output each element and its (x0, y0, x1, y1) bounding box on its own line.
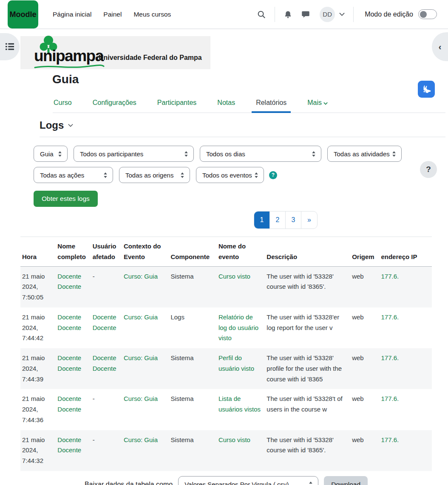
page-1[interactable]: 1 (254, 211, 270, 228)
event-link[interactable]: Curso visto (218, 273, 250, 280)
nav-item-mycourses[interactable]: Meus cursos (133, 11, 171, 18)
fullname-link[interactable]: Docente Docente (57, 436, 81, 454)
university-logo: unipampa Universidade Federal do Pampa (20, 36, 210, 69)
filter-actions-select[interactable]: Todas as ações (34, 167, 113, 183)
affected-link[interactable]: Docente Docente (93, 313, 116, 331)
filter-course-select[interactable]: Guia (34, 146, 68, 162)
cell-event: Curso visto (217, 266, 265, 307)
download-row: Baixar dados da tabela como Valores Sepa… (20, 476, 432, 485)
context-link[interactable]: Curso: Guia (124, 436, 158, 443)
cell-description: The user with id '53328' course with id … (265, 266, 350, 307)
avatar[interactable]: DD (320, 7, 335, 22)
cell-description: The user with id '53328'er log report fo… (265, 307, 350, 348)
tab-participantes[interactable]: Participantes (156, 94, 198, 113)
cell-event: Lista de usuários vistos (217, 389, 265, 430)
get-logs-button[interactable]: Obter estes logs (34, 191, 98, 207)
cell-time: 21 maio 2024, 7:44:39 (20, 348, 56, 389)
page-3[interactable]: 3 (286, 211, 301, 228)
table-row: 21 maio 2024, 7:44:42Docente DocenteDoce… (20, 307, 432, 348)
cell-origin: web (350, 348, 379, 389)
col-componente: Componente (169, 237, 216, 267)
context-link[interactable]: Curso: Guia (124, 273, 158, 280)
cell-affected: - (91, 389, 122, 430)
navbar-right: DD Modo de edição (252, 7, 437, 22)
download-label: Baixar dados da tabela como (85, 481, 173, 485)
filter-participants-select[interactable]: Todos os participantes (74, 146, 194, 162)
cell-fullname: Docente Docente (56, 307, 91, 348)
events-help-icon[interactable]: ? (269, 171, 277, 179)
user-menu-chevron-down-icon[interactable] (338, 12, 349, 16)
table-row: 21 maio 2024, 7:50:05Docente Docente-Cur… (20, 266, 432, 307)
table-row: 21 maio 2024, 7:44:36Docente Docente-Cur… (20, 389, 432, 430)
cell-ip: 177.6. (379, 307, 432, 348)
top-navbar: Moodle Página inicial Painel Meus cursos… (0, 0, 448, 29)
ip-link[interactable]: 177.6. (381, 273, 399, 280)
download-button[interactable]: Download (324, 476, 368, 485)
tab-notas[interactable]: Notas (216, 94, 236, 113)
cell-component: Sistema (169, 348, 216, 389)
filter-origins-select[interactable]: Todas as origens (119, 167, 190, 183)
col-nome-completo: Nome completo (56, 237, 91, 267)
cell-origin: web (350, 430, 379, 471)
pagination-top: 123» (254, 211, 318, 229)
context-link[interactable]: Curso: Guia (124, 395, 158, 402)
cell-ip: 177.6. (379, 389, 432, 430)
divider (275, 7, 275, 22)
cell-event: Relatório de log do usuário visto (217, 307, 265, 348)
col-hora: Hora (20, 237, 56, 267)
logo-subtitle: Universidade Federal do Pampa (99, 54, 202, 62)
fullname-link[interactable]: Docente Docente (57, 273, 81, 290)
page-title: Guia (52, 73, 432, 86)
filter-events-select[interactable]: Todos os eventos (196, 167, 264, 183)
filter-days-select[interactable]: Todos os dias (200, 146, 321, 162)
edit-mode-toggle[interactable] (418, 9, 437, 19)
report-title: Logs (40, 119, 64, 131)
log-filters: Guia Todos os participantes Todos os dia… (34, 146, 432, 183)
event-link[interactable]: Curso visto (218, 436, 250, 443)
col-origem: Origem (350, 237, 379, 267)
logo-wave-underline (34, 64, 105, 69)
table-row: 21 maio 2024, 7:44:32Docente Docente-Cur… (20, 430, 432, 471)
cell-component: Sistema (169, 430, 216, 471)
context-link[interactable]: Curso: Guia (124, 354, 158, 361)
col-contexto: Contexto do Evento (122, 237, 169, 267)
filter-activities-select[interactable]: Todas as atividades (327, 146, 402, 162)
ip-link[interactable]: 177.6. (381, 395, 399, 402)
tab-relatorios[interactable]: Relatórios (255, 94, 287, 113)
notifications-bell-icon[interactable] (279, 10, 297, 19)
fullname-link[interactable]: Docente Docente (57, 313, 81, 331)
search-icon[interactable] (252, 10, 270, 19)
event-link[interactable]: Relatório de log do usuário visto (218, 313, 258, 342)
nav-item-dashboard[interactable]: Painel (103, 11, 122, 18)
report-selector-chevron-down-icon[interactable] (68, 124, 73, 127)
logo-wordmark: unipampa (34, 47, 103, 65)
course-tabs: Curso Configurações Participantes Notas … (53, 94, 445, 113)
nav-item-home[interactable]: Página inicial (53, 11, 91, 18)
page-»[interactable]: » (301, 211, 317, 228)
moodle-logo[interactable]: Moodle (8, 0, 38, 28)
cell-time: 21 maio 2024, 7:44:36 (20, 389, 56, 430)
fullname-link[interactable]: Docente Docente (57, 354, 81, 372)
event-link[interactable]: Perfil do usuário visto (218, 354, 254, 372)
primary-nav: Página inicial Painel Meus cursos (53, 11, 171, 18)
logs-table: Hora Nome completo Usuário afetado Conte… (20, 237, 432, 471)
cell-component: Logs (169, 307, 216, 348)
chevron-down-icon (323, 102, 328, 105)
fullname-link[interactable]: Docente Docente (57, 395, 81, 413)
tab-curso[interactable]: Curso (53, 94, 73, 113)
tab-configuracoes[interactable]: Configurações (92, 94, 137, 113)
event-link[interactable]: Lista de usuários vistos (218, 395, 261, 413)
ip-link[interactable]: 177.6. (381, 436, 399, 443)
tab-mais[interactable]: Mais (306, 94, 329, 113)
cell-context: Curso: Guia (122, 307, 169, 348)
cell-event: Curso visto (217, 430, 265, 471)
ip-link[interactable]: 177.6. (381, 313, 399, 321)
toggle-knob (420, 11, 427, 18)
messages-chat-icon[interactable] (297, 10, 315, 19)
ip-link[interactable]: 177.6. (381, 354, 399, 361)
divider (353, 7, 354, 22)
download-format-select[interactable]: Valores Separados Por Virgula (.csv) (178, 476, 318, 485)
page-2[interactable]: 2 (270, 211, 286, 228)
context-link[interactable]: Curso: Guia (124, 313, 158, 321)
affected-link[interactable]: Docente Docente (93, 354, 116, 372)
